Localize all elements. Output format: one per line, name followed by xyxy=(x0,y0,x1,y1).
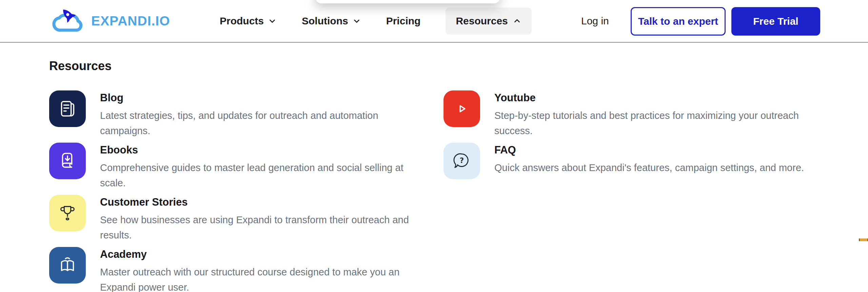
menu-item-faq[interactable]: ? FAQ Quick answers about Expandi's feat… xyxy=(443,143,844,195)
menu-column-left: Blog Latest strategies, tips, and update… xyxy=(49,90,436,292)
talk-to-expert-button[interactable]: Talk to an expert xyxy=(631,7,726,36)
svg-text:?: ? xyxy=(460,156,464,165)
menu-column-right: Youtube Step-by-step tutorials and best … xyxy=(443,90,844,195)
open-book-icon xyxy=(49,247,86,284)
menu-item-customer-stories[interactable]: Customer Stories See how businesses are … xyxy=(49,195,436,247)
question-bubble-icon: ? xyxy=(443,143,480,179)
logo-text: EXPANDI.IO xyxy=(91,14,170,28)
nav-links: Products Solutions Pricing Resources xyxy=(220,0,532,42)
nav-item-resources[interactable]: Resources xyxy=(446,7,531,35)
nav-item-label: Pricing xyxy=(386,15,421,27)
logo-cloud-rocket-icon xyxy=(48,6,88,36)
menu-item-blog[interactable]: Blog Latest strategies, tips, and update… xyxy=(49,90,436,143)
menu-item-description: Master outreach with our structured cour… xyxy=(100,265,419,292)
free-trial-button[interactable]: Free Trial xyxy=(731,7,820,36)
menu-item-description: Step-by-step tutorials and best practice… xyxy=(494,108,806,139)
chevron-down-icon xyxy=(352,17,361,25)
menu-heading: Resources xyxy=(49,59,112,73)
menu-item-description: Latest strategies, tips, and updates for… xyxy=(100,108,419,139)
menu-item-ebooks[interactable]: Ebooks Comprehensive guides to master le… xyxy=(49,143,436,195)
menu-item-description: Quick answers about Expandi's features, … xyxy=(494,160,804,175)
offscreen-popup xyxy=(315,0,500,3)
chevron-down-icon xyxy=(268,17,277,25)
chevron-up-icon xyxy=(513,17,521,25)
menu-item-description: Comprehensive guides to master lead gene… xyxy=(100,160,419,191)
nav-item-solutions[interactable]: Solutions xyxy=(302,15,361,27)
login-link[interactable]: Log in xyxy=(581,0,609,42)
menu-item-title: FAQ xyxy=(494,143,804,157)
menu-item-title: Blog xyxy=(100,91,419,105)
nav-item-label: Resources xyxy=(456,15,508,27)
menu-item-title: Youtube xyxy=(494,91,806,105)
book-download-icon xyxy=(49,143,86,179)
play-icon xyxy=(443,90,480,127)
page: EXPANDI.IO Products Solutions Pricing Re… xyxy=(0,0,868,292)
menu-item-description: See how businesses are using Expandi to … xyxy=(100,212,419,243)
menu-item-title: Ebooks xyxy=(100,143,419,157)
logo[interactable]: EXPANDI.IO xyxy=(48,4,170,38)
menu-item-youtube[interactable]: Youtube Step-by-step tutorials and best … xyxy=(443,90,844,143)
scrollbar-highlight-marker[interactable] xyxy=(859,238,868,241)
nav-item-label: Products xyxy=(220,15,264,27)
navbar: EXPANDI.IO Products Solutions Pricing Re… xyxy=(0,0,868,43)
trophy-icon xyxy=(49,195,86,231)
newspaper-icon xyxy=(49,90,86,127)
menu-item-title: Academy xyxy=(100,248,419,261)
nav-item-pricing[interactable]: Pricing xyxy=(386,15,421,27)
menu-item-academy[interactable]: Academy Master outreach with our structu… xyxy=(49,247,436,292)
nav-item-products[interactable]: Products xyxy=(220,15,277,27)
nav-item-label: Solutions xyxy=(302,15,348,27)
menu-item-title: Customer Stories xyxy=(100,195,419,209)
